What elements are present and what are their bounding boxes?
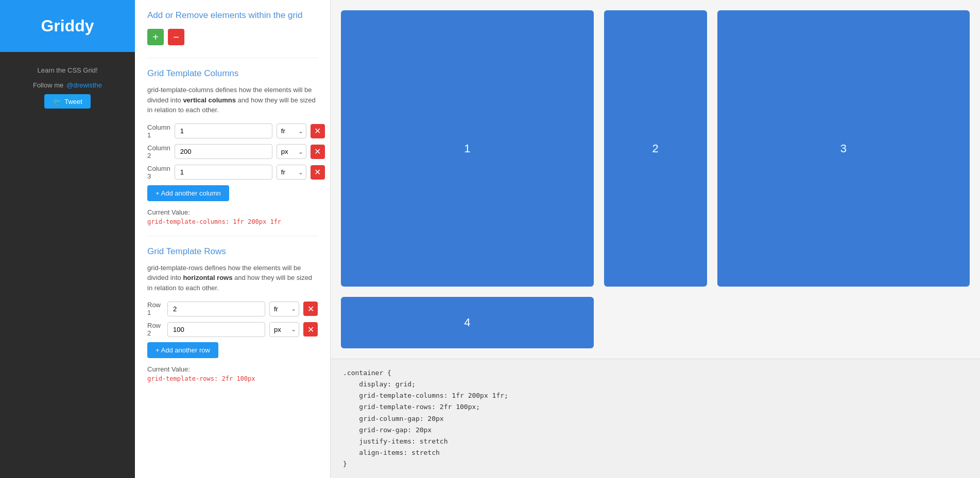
column-1-row: Column 1 fr px % em auto ✕ (147, 123, 318, 139)
control-panel: Add or Remove elements within the grid +… (135, 0, 331, 478)
brand-title: Griddy (0, 16, 135, 36)
code-line-8: align-items: stretch (343, 447, 968, 458)
code-line-7: justify-items: stretch (343, 436, 968, 447)
add-row-button[interactable]: + Add another row (147, 342, 218, 358)
tweet-label: Tweet (64, 98, 82, 105)
twitter-bird-icon: 🐦 (53, 97, 61, 105)
row-1-label: Row 1 (147, 301, 163, 316)
column-3-unit-select[interactable]: fr px % em auto (277, 165, 306, 180)
twitter-handle[interactable]: @drewisthe (66, 81, 102, 89)
divider-2 (147, 236, 318, 236)
row-2-row: Row 2 fr px % em auto ✕ (147, 322, 318, 337)
column-3-delete-button[interactable]: ✕ (311, 165, 325, 180)
code-line-1: .container { (343, 367, 968, 379)
column-2-unit-select[interactable]: fr px % em auto (277, 144, 306, 159)
column-1-unit[interactable]: fr px % em auto (277, 123, 306, 138)
code-line-3: grid-template-columns: 1fr 200px 1fr; (343, 390, 968, 401)
row-2-input[interactable] (167, 322, 265, 337)
columns-section: Grid Template Columns grid-template-colu… (147, 68, 318, 225)
row-1-unit[interactable]: fr px % em auto (269, 302, 299, 316)
remove-element-button[interactable]: − (168, 29, 184, 45)
add-element-button[interactable]: + (147, 29, 164, 45)
add-remove-buttons: + − (147, 29, 318, 45)
column-1-input[interactable] (175, 123, 272, 138)
grid-cell-3: 3 (717, 10, 970, 287)
columns-desc-bold: vertical columns (183, 96, 236, 104)
columns-current-value: grid-template-columns: 1fr 200px 1fr (147, 218, 318, 225)
code-line-5: grid-column-gap: 20px (343, 413, 968, 424)
columns-current-label: Current Value: (147, 208, 318, 216)
column-1-unit-select[interactable]: fr px % em auto (277, 123, 306, 138)
tagline: Learn the CSS Grid! (37, 66, 97, 74)
rows-heading: Grid Template Rows (147, 246, 318, 257)
grid-cell-2: 2 (604, 10, 707, 287)
brand-bar: Griddy (0, 0, 135, 52)
sidebar: Griddy Learn the CSS Grid! Follow me @dr… (0, 0, 135, 478)
columns-heading: Grid Template Columns (147, 68, 318, 79)
main-area: 1 2 3 4 .container { display: grid; grid… (331, 0, 980, 478)
rows-current-value: grid-template-rows: 2fr 100px (147, 375, 318, 382)
divider-1 (147, 58, 318, 58)
follow-row: Follow me @drewisthe (33, 81, 102, 89)
column-1-delete-button[interactable]: ✕ (311, 124, 325, 138)
code-line-6: grid-row-gap: 20px (343, 424, 968, 436)
follow-text: Follow me (33, 81, 63, 89)
row-2-label: Row 2 (147, 322, 163, 337)
code-line-4: grid-template-rows: 2fr 100px; (343, 401, 968, 413)
rows-section: Grid Template Rows grid-template-rows de… (147, 246, 318, 383)
column-3-label: Column 3 (147, 165, 170, 180)
add-remove-section: Add or Remove elements within the grid +… (147, 10, 318, 45)
add-column-button[interactable]: + Add another column (147, 185, 229, 201)
column-2-label: Column 2 (147, 144, 170, 160)
columns-description: grid-template-columns defines how the el… (147, 85, 318, 115)
code-line-2: display: grid; (343, 379, 968, 390)
rows-description: grid-template-rows defines how the eleme… (147, 263, 318, 293)
column-2-unit[interactable]: fr px % em auto (277, 144, 306, 159)
row-2-unit-select[interactable]: fr px % em auto (269, 322, 299, 337)
row-1-input[interactable] (167, 302, 265, 316)
rows-current-label: Current Value: (147, 365, 318, 373)
column-3-input[interactable] (175, 165, 272, 180)
row-1-row: Row 1 fr px % em auto ✕ (147, 301, 318, 316)
grid-preview: 1 2 3 4 (331, 0, 980, 359)
column-2-delete-button[interactable]: ✕ (311, 145, 325, 159)
code-line-9: } (343, 458, 968, 470)
column-3-row: Column 3 fr px % em auto ✕ (147, 165, 318, 180)
tweet-button[interactable]: 🐦 Tweet (44, 94, 91, 109)
code-panel: .container { display: grid; grid-templat… (331, 359, 980, 478)
row-2-delete-button[interactable]: ✕ (303, 322, 318, 337)
column-2-input[interactable] (175, 144, 272, 159)
row-2-unit[interactable]: fr px % em auto (269, 322, 299, 337)
rows-desc-bold: horizontal rows (183, 274, 232, 281)
row-1-unit-select[interactable]: fr px % em auto (269, 302, 299, 316)
column-3-unit[interactable]: fr px % em auto (277, 165, 306, 180)
add-remove-title: Add or Remove elements within the grid (147, 10, 318, 21)
column-1-label: Column 1 (147, 123, 170, 139)
row-1-delete-button[interactable]: ✕ (303, 302, 318, 316)
column-2-row: Column 2 fr px % em auto ✕ (147, 144, 318, 160)
grid-cell-1: 1 (341, 10, 594, 287)
grid-cell-4: 4 (341, 297, 594, 348)
